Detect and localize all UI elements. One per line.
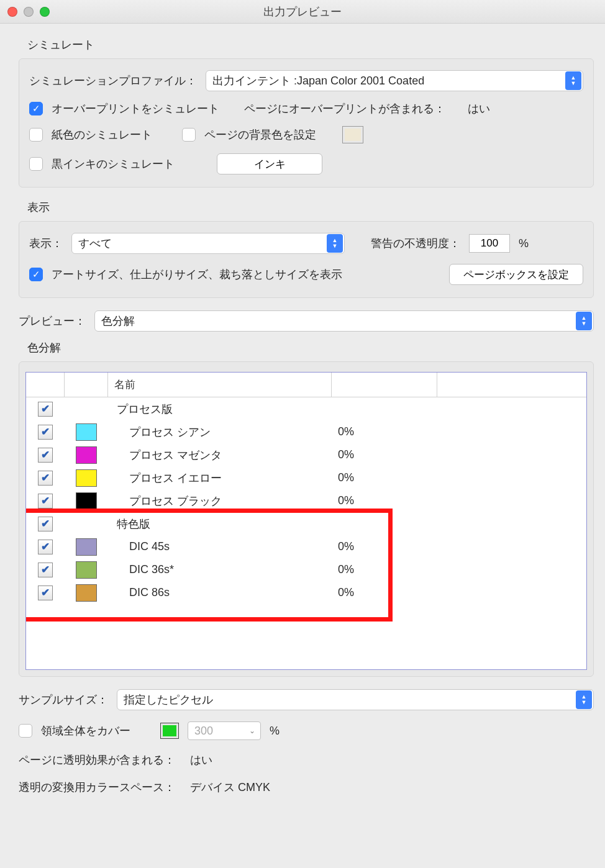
transparency-label: ページに透明効果が含まれる： bbox=[19, 753, 175, 767]
table-row[interactable]: プロセス シアン0% bbox=[26, 420, 586, 443]
opacity-label: 警告の不透明度： bbox=[371, 236, 460, 251]
black-ink-checkbox[interactable] bbox=[29, 157, 43, 171]
ink-visibility-checkbox[interactable] bbox=[38, 585, 53, 600]
cover-value-combo[interactable]: 300 ⌄ bbox=[188, 721, 261, 740]
ink-name: プロセス シアン bbox=[108, 425, 332, 440]
ink-percentage: 0% bbox=[332, 471, 437, 484]
pagebox-button[interactable]: ページボックスを設定 bbox=[449, 264, 583, 285]
paper-color-checkbox[interactable] bbox=[29, 128, 43, 142]
close-icon[interactable] bbox=[7, 7, 17, 17]
show-value: すべて bbox=[78, 236, 112, 251]
table-row[interactable]: プロセス ブラック0% bbox=[26, 489, 586, 512]
ink-percentage: 0% bbox=[332, 540, 437, 553]
overprint-contains-label: ページにオーバープリントが含まれる： bbox=[244, 101, 445, 116]
table-header: 名前 bbox=[26, 373, 586, 397]
ink-name: プロセス ブラック bbox=[108, 494, 332, 509]
preview-value: 色分解 bbox=[101, 314, 135, 328]
table-row[interactable]: 特色版 bbox=[26, 512, 586, 535]
ink-name: DIC 45s bbox=[108, 540, 332, 553]
sample-size-label: サンプルサイズ： bbox=[19, 692, 108, 707]
separations-panel: 名前 プロセス版プロセス シアン0%プロセス マゼンタ0%プロセス イエロー0%… bbox=[19, 361, 594, 677]
table-row[interactable]: DIC 36s*0% bbox=[26, 558, 586, 581]
table-row[interactable]: DIC 45s0% bbox=[26, 535, 586, 558]
black-ink-label: 黒インキのシミュレート bbox=[52, 156, 175, 171]
ink-name: プロセス イエロー bbox=[108, 471, 332, 486]
cover-checkbox[interactable] bbox=[19, 724, 32, 738]
color-swatch bbox=[76, 446, 97, 464]
ink-name: DIC 36s* bbox=[108, 563, 332, 576]
ink-visibility-checkbox[interactable] bbox=[38, 402, 53, 417]
display-panel: 表示： すべて 警告の不透明度： % アートサイズ、仕上がりサイズ、裁ち落としサ… bbox=[19, 221, 594, 298]
color-swatch bbox=[76, 423, 97, 441]
show-label: 表示： bbox=[29, 236, 63, 251]
preview-select[interactable]: 色分解 bbox=[94, 310, 594, 332]
chevron-down-icon: ⌄ bbox=[247, 726, 258, 735]
simulate-panel: シミュレーションプロファイル： 出力インテント :Japan Color 200… bbox=[19, 58, 594, 188]
preview-label: プレビュー： bbox=[19, 314, 86, 328]
bg-color-checkbox[interactable] bbox=[182, 128, 196, 142]
colorspace-value: デバイス CMYK bbox=[190, 780, 270, 795]
table-row[interactable]: DIC 86s0% bbox=[26, 581, 586, 604]
ink-visibility-checkbox[interactable] bbox=[38, 563, 53, 577]
color-swatch bbox=[76, 538, 97, 556]
cover-value: 300 bbox=[194, 725, 213, 738]
artsize-label: アートサイズ、仕上がりサイズ、裁ち落としサイズを表示 bbox=[52, 267, 342, 282]
cover-unit: % bbox=[270, 725, 280, 738]
ink-button[interactable]: インキ bbox=[217, 153, 322, 174]
transparency-value: はい bbox=[190, 753, 212, 767]
dropdown-icon bbox=[576, 312, 592, 330]
bg-color-swatch[interactable] bbox=[342, 126, 363, 143]
color-swatch bbox=[76, 492, 97, 510]
overprint-contains-value: はい bbox=[468, 101, 490, 116]
ink-visibility-checkbox[interactable] bbox=[38, 425, 53, 440]
colorspace-label: 透明の変換用カラースペース： bbox=[19, 780, 175, 795]
maximize-icon[interactable] bbox=[40, 7, 50, 17]
sample-size-value: 指定したピクセル bbox=[124, 692, 213, 707]
color-swatch bbox=[76, 584, 97, 602]
cover-label: 領域全体をカバー bbox=[41, 723, 130, 738]
ink-name: プロセス マゼンタ bbox=[108, 448, 332, 463]
opacity-input[interactable] bbox=[469, 234, 510, 253]
separations-heading: 色分解 bbox=[27, 340, 594, 355]
ink-visibility-checkbox[interactable] bbox=[38, 448, 53, 463]
table-row[interactable]: プロセス イエロー0% bbox=[26, 466, 586, 489]
ink-name: DIC 86s bbox=[108, 586, 332, 599]
simulation-profile-value: 出力インテント :Japan Color 2001 Coated bbox=[212, 73, 424, 88]
ink-percentage: 0% bbox=[332, 425, 437, 438]
ink-visibility-checkbox[interactable] bbox=[38, 540, 53, 554]
ink-visibility-checkbox[interactable] bbox=[38, 517, 53, 531]
artsize-checkbox[interactable] bbox=[29, 268, 43, 281]
ink-percentage: 0% bbox=[332, 448, 437, 461]
opacity-unit: % bbox=[519, 237, 529, 250]
cover-swatch[interactable] bbox=[160, 723, 179, 739]
dropdown-icon bbox=[565, 71, 581, 90]
ink-visibility-checkbox[interactable] bbox=[38, 471, 53, 486]
ink-name: プロセス版 bbox=[108, 402, 332, 417]
table-row[interactable]: プロセス版 bbox=[26, 397, 586, 420]
show-select[interactable]: すべて bbox=[71, 233, 345, 254]
ink-percentage: 0% bbox=[332, 586, 437, 599]
ink-percentage: 0% bbox=[332, 494, 437, 507]
ink-visibility-checkbox[interactable] bbox=[38, 494, 53, 509]
separations-table: 名前 プロセス版プロセス シアン0%プロセス マゼンタ0%プロセス イエロー0%… bbox=[25, 372, 587, 670]
paper-color-label: 紙色のシミュレート bbox=[52, 127, 152, 142]
display-heading: 表示 bbox=[27, 200, 594, 215]
minimize-icon[interactable] bbox=[24, 7, 34, 17]
ink-percentage: 0% bbox=[332, 563, 437, 576]
color-swatch bbox=[76, 469, 97, 487]
ink-name: 特色版 bbox=[108, 517, 332, 531]
overprint-checkbox[interactable] bbox=[29, 102, 43, 115]
simulation-profile-select[interactable]: 出力インテント :Japan Color 2001 Coated bbox=[206, 70, 583, 91]
bg-color-label: ページの背景色を設定 bbox=[204, 127, 316, 142]
simulate-heading: シミュレート bbox=[27, 37, 594, 52]
column-name: 名前 bbox=[108, 373, 332, 397]
sample-size-select[interactable]: 指定したピクセル bbox=[117, 689, 594, 710]
color-swatch bbox=[76, 561, 97, 579]
simulation-profile-label: シミュレーションプロファイル： bbox=[29, 73, 197, 88]
window-controls bbox=[7, 7, 50, 17]
titlebar: 出力プレビュー bbox=[0, 0, 605, 24]
dropdown-icon bbox=[327, 234, 343, 253]
table-row[interactable]: プロセス マゼンタ0% bbox=[26, 443, 586, 466]
window-title: 出力プレビュー bbox=[0, 4, 605, 19]
overprint-label: オーバープリントをシミュレート bbox=[52, 101, 219, 116]
